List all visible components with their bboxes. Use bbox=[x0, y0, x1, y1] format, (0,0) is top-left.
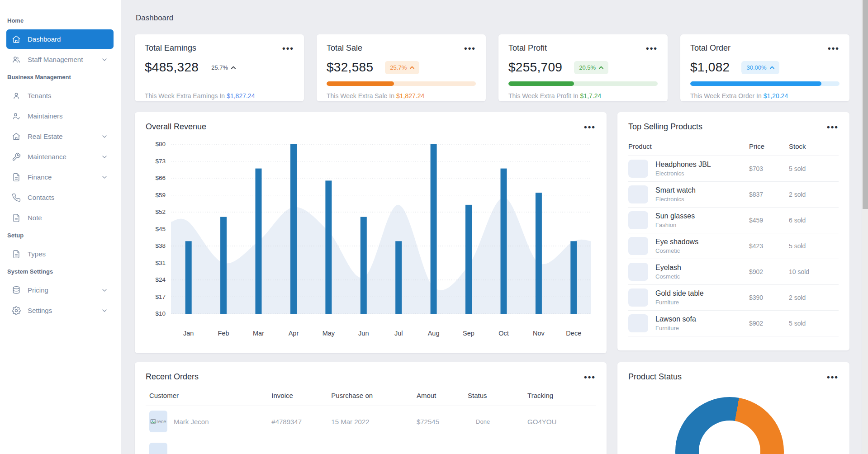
sidebar-item-label: Dashboard bbox=[28, 35, 61, 43]
ellipsis-menu-icon[interactable]: ••• bbox=[827, 375, 839, 379]
product-image-placeholder bbox=[628, 288, 648, 307]
progress-bar bbox=[690, 81, 840, 86]
card-title: Total Order bbox=[690, 43, 730, 53]
product-price: $902 bbox=[749, 320, 789, 327]
footer-amount: $1,7.24 bbox=[580, 92, 602, 99]
ellipsis-menu-icon[interactable]: ••• bbox=[584, 375, 596, 379]
avatar-placeholder bbox=[149, 443, 167, 454]
product-stock: 2 sold bbox=[789, 294, 839, 301]
caret-up-icon bbox=[410, 66, 414, 69]
product-category: Electronics bbox=[655, 170, 711, 177]
sidebar-item-label: Real Estate bbox=[28, 132, 63, 140]
stat-value: $485,328 bbox=[145, 60, 199, 75]
svg-text:$10: $10 bbox=[155, 310, 166, 317]
product-category: Fashion bbox=[655, 222, 695, 228]
sidebar: Home Dashboard Staff Management Business… bbox=[0, 0, 121, 454]
stat-value: $32,585 bbox=[327, 60, 373, 75]
svg-text:$24: $24 bbox=[155, 276, 166, 283]
sidebar-item-types[interactable]: Types bbox=[6, 244, 114, 264]
sidebar-item-tenants[interactable]: Tenants bbox=[6, 86, 114, 105]
product-name: Headphones JBL bbox=[655, 161, 711, 169]
sidebar-item-finance[interactable]: Finance bbox=[6, 167, 114, 187]
chevron-down-icon bbox=[101, 307, 108, 314]
product-image-placeholder bbox=[628, 160, 648, 178]
product-row[interactable]: Sun glasses Fashion $459 6 sold bbox=[628, 208, 839, 233]
overall-revenue-chart: $10$17$24$31$38$45$52$59$66$73$80JanFebM… bbox=[146, 136, 596, 342]
sidebar-item-contacts[interactable]: Contacts bbox=[6, 188, 114, 207]
sidebar-item-real-estate[interactable]: Real Estate bbox=[6, 127, 114, 146]
chevron-down-icon bbox=[101, 287, 108, 294]
product-name: Sun glasses bbox=[655, 212, 695, 220]
card-footer: This Week Extra Earnings In$1,827.24 bbox=[145, 92, 294, 99]
product-row[interactable]: Eyelash Cosmetic $902 10 sold bbox=[628, 259, 839, 285]
broken-image-icon bbox=[150, 419, 156, 425]
panel-title: Top Selling Products bbox=[628, 122, 702, 132]
total-profit-card: Total Profit ••• $255,709 20.5% This Wee… bbox=[498, 34, 668, 101]
order-status: Done bbox=[468, 418, 527, 425]
product-price: $902 bbox=[749, 268, 789, 275]
svg-text:May: May bbox=[323, 330, 335, 337]
product-stock: 10 sold bbox=[789, 268, 839, 275]
recent-orders-panel: Recent Orders ••• Customer Invoice Pusrc… bbox=[135, 362, 607, 454]
chevron-down-icon bbox=[101, 153, 108, 161]
chevron-down-icon bbox=[101, 133, 108, 140]
ellipsis-menu-icon[interactable]: ••• bbox=[828, 46, 840, 51]
user-check-icon bbox=[12, 112, 21, 121]
product-price: $703 bbox=[749, 165, 789, 172]
sidebar-item-label: Contacts bbox=[28, 194, 54, 201]
table-row-partial bbox=[146, 437, 596, 454]
sidebar-item-staff-management[interactable]: Staff Management bbox=[6, 50, 114, 69]
product-row[interactable]: Eye shadows Cosmetic $423 5 sold bbox=[628, 233, 839, 259]
sidebar-item-dashboard[interactable]: Dashboard bbox=[6, 29, 114, 49]
sidebar-item-label: Note bbox=[28, 214, 42, 222]
card-footer: This Week Extra Sale In$1,827.24 bbox=[327, 92, 476, 99]
file-icon bbox=[12, 250, 21, 259]
scrollbar-thumb[interactable] bbox=[863, 0, 868, 209]
order-invoice: #4789347 bbox=[271, 418, 331, 426]
svg-text:$31: $31 bbox=[155, 260, 166, 266]
sidebar-item-maintenance[interactable]: Maintenance bbox=[6, 147, 114, 166]
sidebar-item-settings[interactable]: Settings bbox=[6, 301, 114, 320]
products-table-body: Headphones JBL Electronics $703 5 sold S… bbox=[628, 156, 839, 336]
ellipsis-menu-icon[interactable]: ••• bbox=[646, 46, 658, 51]
total-earnings-card: Total Earnings ••• $485,328 25.7% This W… bbox=[135, 34, 304, 101]
stat-value: $1,082 bbox=[690, 60, 730, 75]
caret-up-icon bbox=[599, 66, 603, 69]
phone-icon bbox=[12, 193, 21, 202]
product-image-placeholder bbox=[628, 314, 648, 332]
product-stock: 5 sold bbox=[789, 242, 839, 250]
sidebar-item-label: Maintenance bbox=[28, 153, 66, 161]
sidebar-item-maintainers[interactable]: Maintainers bbox=[6, 106, 114, 126]
sidebar-item-pricing[interactable]: Pricing bbox=[6, 280, 114, 300]
product-row[interactable]: Smart watch Electronics $837 2 sold bbox=[628, 182, 839, 208]
svg-text:$59: $59 bbox=[155, 192, 166, 199]
footer-amount: $1,20.24 bbox=[764, 92, 788, 99]
product-row[interactable]: Headphones JBL Electronics $703 5 sold bbox=[628, 156, 839, 182]
ellipsis-menu-icon[interactable]: ••• bbox=[827, 125, 839, 129]
product-row[interactable]: Lawson sofa Furniture $902 5 sold bbox=[628, 311, 839, 336]
vertical-scrollbar bbox=[862, 0, 868, 454]
card-footer: This Week Extra Profit In$1,7.24 bbox=[508, 92, 658, 99]
ellipsis-menu-icon[interactable]: ••• bbox=[282, 46, 294, 51]
svg-text:Jan: Jan bbox=[183, 330, 194, 337]
product-image-placeholder bbox=[628, 185, 648, 203]
order-purchase-date: 15 Mar 2022 bbox=[331, 418, 417, 426]
card-footer: This Week Extra Order In$1,20.24 bbox=[690, 92, 840, 99]
sidebar-item-label: Types bbox=[28, 250, 46, 258]
product-row[interactable]: Gold side table Furniture $390 2 sold bbox=[628, 285, 839, 311]
product-stock: 6 sold bbox=[789, 217, 839, 224]
order-row[interactable]: rece Mark Jecon #4789347 15 Mar 2022 $72… bbox=[146, 406, 596, 437]
panel-title: Product Status bbox=[628, 372, 682, 382]
card-title: Total Earnings bbox=[145, 43, 196, 53]
product-price: $390 bbox=[749, 294, 789, 301]
user-icon bbox=[12, 91, 21, 100]
ellipsis-menu-icon[interactable]: ••• bbox=[584, 125, 596, 129]
orders-table-header: Customer Invoice Pusrchase on Amout Stat… bbox=[146, 392, 596, 406]
sidebar-item-label: Finance bbox=[28, 173, 52, 181]
svg-text:Aug: Aug bbox=[428, 330, 440, 337]
progress-bar bbox=[327, 81, 476, 86]
ellipsis-menu-icon[interactable]: ••• bbox=[464, 46, 476, 51]
svg-text:Apr: Apr bbox=[289, 330, 299, 337]
sidebar-item-note[interactable]: Note bbox=[6, 208, 114, 227]
svg-text:$73: $73 bbox=[155, 158, 166, 165]
